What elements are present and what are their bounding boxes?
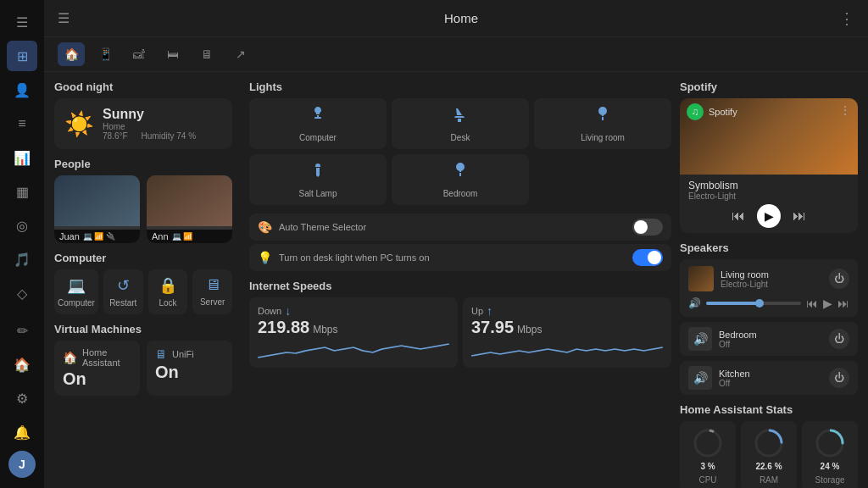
stat-cpu-circle — [693, 428, 723, 458]
lock-icon: 🔒 — [159, 276, 177, 295]
auto-theme-icon: 🎨 — [258, 220, 272, 234]
light-btn-desk[interactable]: Desk — [392, 98, 529, 149]
speaker-play-button[interactable]: ▶ — [823, 297, 832, 310]
people-grid: Juan 💻 📶 🔌 Ann 💻 📶 — [54, 175, 232, 243]
speed-up-card: Up ↑ 37.95 Mbps — [463, 297, 671, 368]
spotify-play-button[interactable]: ▶ — [757, 204, 781, 228]
computer-title: Computer — [54, 252, 232, 264]
spotify-section-title: Spotify — [680, 80, 858, 93]
svg-point-0 — [695, 430, 721, 456]
speaker-livingroom-name: Living room — [721, 269, 822, 280]
sidebar-item-circle[interactable]: ◎ — [7, 210, 37, 241]
speed-down-card: Down ↓ 219.88 Mbps — [249, 297, 458, 368]
header-more-icon[interactable]: ⋮ — [839, 9, 854, 28]
sidebar-item-media[interactable]: 🎵 — [7, 244, 37, 274]
tab-home[interactable]: 🏠 — [58, 42, 85, 66]
weather-icon: ☀️ — [64, 110, 94, 138]
auto-desk-icon: 💡 — [258, 251, 272, 264]
spotify-next-button[interactable]: ⏭ — [791, 207, 808, 225]
stat-storage-value: 24 % — [821, 462, 840, 472]
up-unit: Mbps — [517, 324, 542, 336]
light-btn-living[interactable]: Living room — [534, 98, 671, 149]
speaker-livingroom-controls: 🔊 ⏮ ▶ ⏭ — [688, 297, 849, 310]
sidebar-item-home[interactable]: ⊞ — [7, 41, 37, 71]
left-column: Good night ☀️ Sunny Home 78.6°F Humidity… — [54, 80, 241, 488]
computer-section: Computer 💻 Computer ↺ Restart 🔒 Lock — [54, 252, 232, 314]
computer-btn-computer[interactable]: 💻 Computer — [54, 269, 98, 314]
tab-external[interactable]: ↗ — [227, 42, 254, 66]
server-label: Server — [200, 297, 225, 307]
restart-label: Restart — [109, 298, 136, 308]
light-btn-salt[interactable]: Salt Lamp — [249, 154, 387, 205]
sidebar-item-bell[interactable]: 🔔 — [7, 417, 37, 447]
up-direction: Up ↑ — [471, 304, 663, 318]
lights-section: Lights Computer Desk — [249, 80, 671, 205]
sidebar-menu-icon[interactable]: ☰ — [7, 7, 37, 37]
spotify-playback-controls: ⏮ ▶ ⏭ — [688, 204, 849, 228]
ha-stats-title: Home Assistant Stats — [680, 403, 858, 416]
spotify-prev-button[interactable]: ⏮ — [730, 207, 747, 225]
spotify-bg: ♫ Spotify ⋮ — [680, 98, 858, 175]
vm-section: Virtual Machines 🏠 Home Assistant On 🖥 U… — [54, 323, 232, 396]
greeting-section: Good night ☀️ Sunny Home 78.6°F Humidity… — [54, 80, 232, 149]
speaker-livingroom-thumb — [688, 266, 714, 291]
speaker-bedroom-power[interactable]: ⏻ — [829, 329, 849, 349]
speaker-skip-prev-button[interactable]: ⏮ — [806, 297, 818, 310]
sidebar-item-gear[interactable]: ⚙ — [7, 383, 37, 413]
up-graph — [471, 341, 663, 361]
tab-couch[interactable]: 🛋 — [125, 42, 153, 66]
sidebar-item-list[interactable]: ≡ — [7, 108, 37, 139]
spotify-label: Spotify — [709, 107, 737, 117]
stat-ram-circle — [754, 428, 784, 458]
people-title: People — [54, 158, 232, 170]
speakers-title: Speakers — [680, 241, 858, 254]
weather-temp: 78.6°F — [103, 131, 128, 141]
light-btn-computer[interactable]: Computer — [249, 98, 387, 149]
tab-phone[interactable]: 📱 — [92, 42, 119, 66]
mid-column: Lights Computer Desk — [241, 80, 680, 488]
computer-icon: 💻 — [67, 276, 86, 295]
spotify-track-title: Symbolism — [688, 180, 849, 191]
speaker-bedroom-name: Bedroom — [719, 330, 822, 340]
sidebar-item-table[interactable]: ▦ — [7, 176, 37, 207]
speaker-livingroom-power[interactable]: ⏻ — [829, 269, 849, 289]
computer-label: Computer — [58, 298, 95, 308]
up-value: 37.95 — [471, 318, 514, 337]
light-bedroom-icon — [450, 161, 470, 186]
sidebar-item-chart[interactable]: 📊 — [7, 142, 37, 173]
sidebar-item-code[interactable]: ◇ — [7, 278, 37, 308]
person-juan: Juan 💻 📶 🔌 — [54, 175, 140, 243]
vm-unifi-status: On — [155, 363, 224, 382]
header-menu-icon[interactable]: ☰ — [58, 10, 70, 26]
ha-stats-section: Home Assistant Stats 3 % CPU — [680, 403, 858, 488]
person-juan-photo — [54, 175, 140, 226]
spotify-more-icon[interactable]: ⋮ — [839, 103, 851, 117]
speaker-volume-knob — [755, 299, 764, 308]
spotify-logo: ♫ — [687, 103, 704, 120]
user-avatar[interactable]: J — [8, 451, 36, 478]
vm-card-unifi: 🖥 UniFi On — [147, 341, 232, 396]
speaker-skip-next-button[interactable]: ⏭ — [837, 297, 849, 310]
light-salt-icon — [308, 161, 328, 186]
internet-title: Internet Speeds — [249, 280, 671, 292]
speaker-volume-bar[interactable] — [706, 302, 801, 305]
auto-desk-toggle[interactable] — [632, 249, 663, 266]
speaker-kitchen-power[interactable]: ⏻ — [829, 368, 849, 388]
computer-btn-lock[interactable]: 🔒 Lock — [148, 269, 188, 314]
automation-list: 🎨 Auto Theme Selector 💡 Turn on desk lig… — [249, 214, 671, 271]
light-btn-bedroom[interactable]: Bedroom — [392, 154, 529, 205]
vm-ha-name: Home Assistant — [82, 347, 131, 368]
tab-bed[interactable]: 🛏 — [159, 42, 186, 66]
light-salt-label: Salt Lamp — [298, 189, 337, 198]
lock-label: Lock — [159, 298, 176, 308]
sidebar-item-pencil[interactable]: ✏ — [7, 315, 37, 346]
sidebar-item-people[interactable]: 👤 — [7, 75, 37, 105]
people-section: People Juan 💻 📶 🔌 Ann 💻 📶 — [54, 158, 232, 243]
speaker-volume-fill — [706, 302, 759, 305]
computer-btn-restart[interactable]: ↺ Restart — [103, 269, 143, 314]
sidebar-item-settings-home[interactable]: 🏠 — [7, 349, 37, 380]
person-ann-name: Ann — [152, 231, 169, 241]
computer-btn-server[interactable]: 🖥 Server — [192, 269, 232, 314]
tab-monitor[interactable]: 🖥 — [193, 42, 220, 66]
auto-theme-toggle[interactable] — [632, 219, 663, 236]
